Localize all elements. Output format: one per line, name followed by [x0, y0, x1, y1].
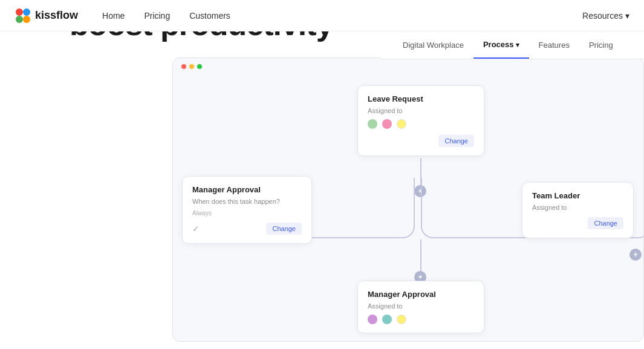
manager-approval-2-title: Manager Approval [368, 290, 474, 299]
nav-pricing[interactable]: Pricing [144, 11, 170, 21]
manager-approval-card-1: Manager Approval When does this task hap… [182, 176, 312, 244]
manager-approval-2-avatars [368, 315, 474, 324]
nav-right: Resources ▾ [582, 11, 629, 21]
maximize-dot [197, 64, 202, 69]
avatar-3 [397, 119, 406, 129]
sub-nav-process[interactable]: Process [473, 31, 529, 59]
leave-request-avatars [368, 119, 474, 129]
leave-request-footer: Change [368, 135, 474, 147]
window-controls [181, 64, 202, 69]
avatar-6 [397, 315, 406, 324]
nav-home[interactable]: Home [102, 11, 125, 21]
close-dot [181, 64, 186, 69]
leave-request-assigned-label: Assigned to [368, 107, 474, 114]
avatar-4 [368, 315, 377, 324]
check-icon: ✓ [192, 224, 200, 233]
avatar-5 [382, 315, 392, 324]
manager-approval-1-when-label: When does this task happen? [192, 198, 302, 205]
leave-request-card: Leave Request Assigned to Change [357, 85, 484, 156]
main-content: kissflow Home Pricing Customers Resource… [0, 0, 644, 349]
logo-text: kissflow [35, 9, 78, 22]
svg-point-0 [16, 8, 23, 16]
minimize-dot [189, 64, 194, 69]
manager-approval-1-footer: ✓ Change [192, 223, 302, 235]
sub-nav-digital-workplace[interactable]: Digital Workplace [393, 32, 473, 58]
chevron-down-icon: ▾ [625, 11, 629, 21]
logo-icon [15, 7, 31, 24]
leave-request-change-btn[interactable]: Change [438, 135, 474, 147]
nav-links: Home Pricing Customers [102, 11, 230, 21]
sub-nav-features[interactable]: Features [529, 32, 579, 58]
avatar-1 [368, 119, 377, 129]
team-leader-card: Team Leader Assigned to Change [522, 182, 634, 238]
sub-nav: Digital Workplace Process Features Prici… [381, 31, 644, 59]
team-leader-change-btn[interactable]: Change [588, 217, 623, 229]
connector-node-2: + [629, 249, 642, 261]
connector-v2 [420, 240, 421, 276]
workflow-canvas: Leave Request Assigned to Change + Manag… [172, 57, 644, 342]
avatar-2 [382, 119, 392, 129]
team-leader-assigned-label: Assigned to [532, 204, 623, 211]
team-leader-footer: Change [532, 217, 623, 229]
nav-resources[interactable]: Resources ▾ [582, 11, 629, 21]
top-nav: kissflow Home Pricing Customers Resource… [0, 0, 644, 31]
svg-point-1 [23, 8, 30, 16]
manager-approval-1-title: Manager Approval [192, 185, 302, 194]
svg-point-2 [16, 16, 23, 23]
team-leader-title: Team Leader [532, 191, 623, 200]
manager-approval-1-change-btn[interactable]: Change [266, 223, 302, 235]
manager-approval-1-always: Always [192, 210, 302, 217]
leave-request-title: Leave Request [368, 94, 474, 103]
manager-approval-2-assigned-label: Assigned to [368, 302, 474, 310]
nav-customers[interactable]: Customers [189, 11, 230, 21]
logo[interactable]: kissflow [15, 7, 78, 24]
sub-nav-pricing[interactable]: Pricing [579, 32, 623, 58]
manager-approval-card-2: Manager Approval Assigned to [357, 281, 484, 333]
svg-point-3 [23, 16, 30, 23]
